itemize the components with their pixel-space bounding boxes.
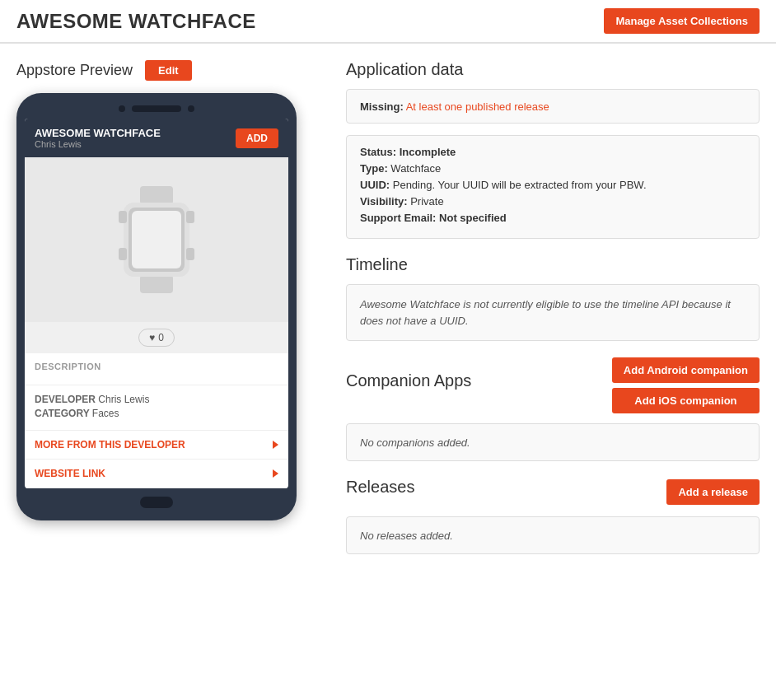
status-key: Status: <box>360 146 396 158</box>
missing-text: Missing: At least one published release <box>360 100 549 113</box>
home-button <box>140 497 173 508</box>
appstore-preview-title: Appstore Preview <box>16 62 133 79</box>
phone-screen: AWESOME WATCHFACE Chris Lewis ADD <box>25 119 288 488</box>
status-value: Incomplete <box>400 146 456 158</box>
uuid-value: Pending. Your UUID will be extracted fro… <box>393 179 647 191</box>
svg-rect-0 <box>140 186 173 204</box>
timeline-title: Timeline <box>346 255 760 274</box>
timeline-box: Awesome Watchface is not currently eligi… <box>346 284 760 341</box>
uuid-key: UUID: <box>360 179 390 191</box>
timeline-text: Awesome Watchface is not currently eligi… <box>360 298 731 327</box>
uuid-row: UUID: Pending. Your UUID will be extract… <box>360 179 746 191</box>
phone-top <box>25 105 288 112</box>
right-panel: Application data Missing: At least one p… <box>346 60 760 571</box>
screen-app-name: AWESOME WATCHFACE <box>35 127 161 139</box>
releases-box: No releases added. <box>346 516 760 554</box>
developer-label: DEVELOPER <box>35 394 98 405</box>
companion-title-row: Companion Apps Add Android companion Add… <box>346 357 760 413</box>
phone-bottom <box>25 497 288 508</box>
support-email-value: Not specified <box>439 212 507 224</box>
releases-title: Releases <box>346 478 414 497</box>
category-value: Faces <box>92 408 119 419</box>
appstore-preview-header: Appstore Preview Edit <box>16 60 321 81</box>
svg-rect-4 <box>132 211 181 268</box>
watch-image-area <box>25 157 288 322</box>
app-data-section: Application data Missing: At least one p… <box>346 60 760 239</box>
phone-camera <box>119 105 125 112</box>
no-companions-text: No companions added. <box>360 436 470 449</box>
support-email-key: Support Email: <box>360 212 436 224</box>
svg-rect-7 <box>186 211 194 223</box>
status-box: Status: Incomplete Type: Watchface UUID:… <box>346 135 760 239</box>
status-row: Status: Incomplete <box>360 146 746 158</box>
missing-value: At least one published release <box>406 100 549 113</box>
main-content: Appstore Preview Edit AWESOME WATCHFACE … <box>0 44 776 587</box>
add-release-button[interactable]: Add a release <box>666 479 760 505</box>
edit-button[interactable]: Edit <box>145 60 192 81</box>
visibility-row: Visibility: Private <box>360 195 746 208</box>
heart-number: 0 <box>158 332 164 343</box>
page-header: AWESOME WATCHFACE Manage Asset Collectio… <box>0 0 776 44</box>
heart-icon: ♥ <box>149 332 155 343</box>
visibility-key: Visibility: <box>360 195 408 208</box>
heart-badge: ♥ 0 <box>138 329 175 347</box>
screen-body: DESCRIPTION DEVELOPER Chris Lewis CATEGO… <box>25 353 288 488</box>
missing-label: Missing: <box>360 100 404 113</box>
screen-add-button[interactable]: ADD <box>236 128 278 148</box>
screen-header: AWESOME WATCHFACE Chris Lewis ADD <box>25 119 288 157</box>
timeline-section: Timeline Awesome Watchface is not curren… <box>346 255 760 341</box>
watch-illustration <box>115 186 198 293</box>
heart-count-area: ♥ 0 <box>25 322 288 353</box>
companion-title: Companion Apps <box>346 371 471 390</box>
website-link[interactable]: WEBSITE LINK <box>25 460 288 488</box>
releases-section: Releases Add a release No releases added… <box>346 478 760 554</box>
type-row: Type: Watchface <box>360 162 746 175</box>
description-label: DESCRIPTION <box>35 362 278 371</box>
manage-asset-collections-button[interactable]: Manage Asset Collections <box>604 8 760 34</box>
add-android-companion-button[interactable]: Add Android companion <box>612 357 760 383</box>
category-row: CATEGORY Faces <box>35 408 278 419</box>
developer-value: Chris Lewis <box>98 394 149 405</box>
category-label: CATEGORY <box>35 408 92 419</box>
more-from-dev-link[interactable]: MORE FROM THIS DEVELOPER <box>25 431 288 460</box>
meta-section: DEVELOPER Chris Lewis CATEGORY Faces <box>25 385 288 431</box>
companion-box: No companions added. <box>346 423 760 461</box>
companion-section: Companion Apps Add Android companion Add… <box>346 357 760 461</box>
app-data-title: Application data <box>346 60 760 79</box>
phone-camera-right <box>188 105 194 112</box>
chevron-right-icon-2 <box>273 469 278 478</box>
screen-dev-name: Chris Lewis <box>35 139 161 149</box>
releases-title-row: Releases Add a release <box>346 478 760 506</box>
phone-speaker <box>132 105 181 112</box>
svg-rect-1 <box>140 275 173 293</box>
screen-header-info: AWESOME WATCHFACE Chris Lewis <box>35 127 161 149</box>
add-ios-companion-button[interactable]: Add iOS companion <box>612 388 760 413</box>
phone-mockup: AWESOME WATCHFACE Chris Lewis ADD <box>16 93 297 520</box>
svg-rect-8 <box>186 248 194 260</box>
page-title: AWESOME WATCHFACE <box>16 10 256 33</box>
chevron-right-icon <box>273 441 278 449</box>
type-value: Watchface <box>390 162 441 175</box>
developer-row: DEVELOPER Chris Lewis <box>35 394 278 405</box>
support-email-row: Support Email: Not specified <box>360 212 746 224</box>
missing-info-box: Missing: At least one published release <box>346 89 760 124</box>
companion-buttons: Add Android companion Add iOS companion <box>612 357 760 413</box>
svg-rect-6 <box>119 248 127 260</box>
description-section: DESCRIPTION <box>25 353 288 385</box>
left-panel: Appstore Preview Edit AWESOME WATCHFACE … <box>16 60 321 571</box>
more-from-dev-text: MORE FROM THIS DEVELOPER <box>35 439 185 450</box>
type-key: Type: <box>360 162 388 175</box>
no-releases-text: No releases added. <box>360 530 453 542</box>
visibility-value: Private <box>410 195 443 208</box>
svg-rect-5 <box>119 211 127 223</box>
website-link-text: WEBSITE LINK <box>35 468 105 479</box>
